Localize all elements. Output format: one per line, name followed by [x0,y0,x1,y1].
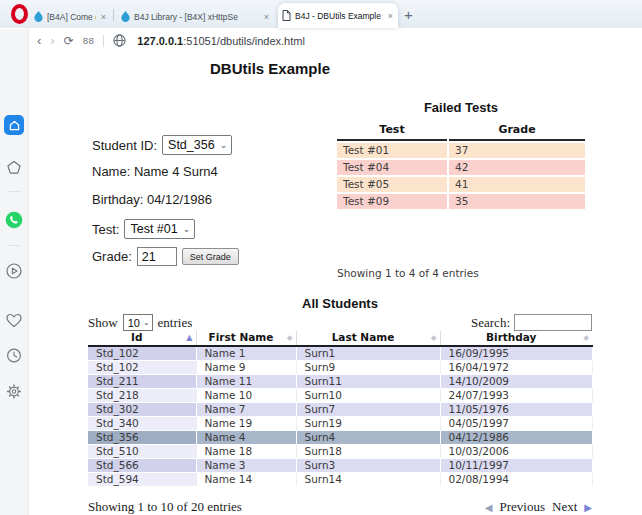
student-row[interactable]: Std_211Name 11Surn1114/10/2009 [88,374,592,388]
page-title: DBUtils Example [30,60,510,77]
divider [8,245,21,246]
grade-input[interactable] [137,247,177,266]
student-cell: Surn9 [296,360,440,374]
student-cell: 24/07/1993 [440,388,592,402]
opera-logo-icon[interactable] [11,4,28,24]
student-row[interactable]: Std_218Name 10Surn1024/07/1993 [88,388,592,402]
failed-tests-column-header[interactable]: Grade [449,121,585,141]
all-students-header-row: Id▲First Name◆Last Name◆Birthday◆ [88,331,592,346]
students-column-header-first-name[interactable]: First Name◆ [196,331,296,346]
url-text[interactable]: 127.0.0.1:51051/dbutils/index.html [137,35,305,47]
student-cell: Name 4 [196,430,296,444]
students-column-header-birthday[interactable]: Birthday◆ [440,331,592,346]
student-cell: Surn10 [296,388,440,402]
failed-test-cell: Test #04 [337,160,447,175]
show-label: Show [88,315,118,331]
failed-test-cell: Test #09 [337,194,447,209]
student-row[interactable]: Std_510Name 18Surn1810/03/2006 [88,444,592,458]
b4x-flame-icon [34,11,43,22]
student-row[interactable]: Std_594Name 14Surn1402/08/1994 [88,472,592,486]
students-column-header-last-name[interactable]: Last Name◆ [296,331,440,346]
student-id-select[interactable]: Std_356 ⌄ [162,135,232,155]
all-students-tbody: Std_102Name 1Surn116/09/1995Std_102Name … [88,346,592,486]
student-id-label: Student ID: [92,138,157,153]
previous-button[interactable]: Previous [500,499,546,515]
set-grade-button[interactable]: Set Grade [182,248,239,265]
failed-test-row: Test #0137 [337,143,585,158]
settings-gear-icon[interactable] [7,384,22,399]
column-label: Birthday [486,331,536,343]
next-arrow-icon[interactable]: ▶ [584,502,592,513]
student-row[interactable]: Std_340Name 19Surn1904/05/1997 [88,416,592,430]
search-label: Search: [471,315,510,331]
test-select[interactable]: Test #01 ⌄ [124,219,195,239]
next-button[interactable]: Next [552,499,577,515]
back-icon[interactable]: ‹ [37,34,41,47]
students-column-header-id[interactable]: Id▲ [88,331,196,346]
b4x-flame-icon [121,11,130,22]
failed-test-cell: Test #05 [337,177,447,192]
close-icon[interactable]: × [100,12,107,22]
student-row[interactable]: Std_356Name 4Surn404/12/1986 [88,430,592,444]
column-label: Id [131,331,142,343]
history-clock-icon[interactable] [7,348,22,363]
all-students-table: Id▲First Name◆Last Name◆Birthday◆ Std_10… [88,331,593,487]
show-entries-select[interactable]: 10 ⌄ [123,314,153,331]
new-tab-button[interactable]: + [404,5,413,25]
tab-separator [113,9,114,21]
student-cell: Std_594 [88,472,196,486]
extensions-grid-icon[interactable]: 88 [83,35,95,46]
student-cell: Name 19 [196,416,296,430]
divider [103,35,104,47]
test-value: Test #01 [130,222,177,236]
student-cell: Std_218 [88,388,196,402]
tab-b4a-forum[interactable]: [B4A] Come eseguire 'map × [30,6,111,27]
forward-icon[interactable]: › [50,34,54,47]
failed-test-cell: 35 [449,194,585,209]
student-cell: Name 1 [196,346,296,360]
tab-title: [B4A] Come eseguire 'map [47,12,96,22]
tab-dbutils-active[interactable]: B4J - DBUtils Example × [278,3,398,28]
student-cell: Surn14 [296,472,440,486]
previous-arrow-icon[interactable]: ◀ [485,502,493,513]
failed-test-cell: 42 [449,160,585,175]
student-cell: Std_340 [88,416,196,430]
failed-test-cell: Test #01 [337,143,447,158]
student-cell: Std_510 [88,444,196,458]
student-cell: Std_302 [88,402,196,416]
student-row[interactable]: Std_102Name 1Surn116/09/1995 [88,346,592,360]
close-icon[interactable]: × [387,11,394,21]
test-row: Test: Test #01 ⌄ [92,219,195,239]
all-students-info: Showing 1 to 10 of 20 entries [88,499,242,515]
player-icon[interactable] [6,263,22,279]
search-input[interactable] [514,314,592,331]
url-host: 127.0.0.1 [137,35,183,47]
sort-both-icon: ◆ [431,333,437,342]
failed-tests-column-header[interactable]: Test [337,121,447,141]
student-cell: 11/05/1976 [440,402,592,416]
student-cell: 10/11/1997 [440,458,592,472]
student-cell: Std_102 [88,360,196,374]
whatsapp-icon[interactable] [5,211,23,229]
sort-both-icon: ◆ [583,333,589,342]
student-cell: Surn11 [296,374,440,388]
bookmarks-pentagon-icon[interactable] [7,160,22,175]
student-cell: Name 11 [196,374,296,388]
home-speed-dial-icon[interactable] [4,115,24,135]
failed-tests-info: Showing 1 to 4 of 4 entries [337,267,479,279]
chevron-down-icon: ⌄ [143,318,150,327]
student-row[interactable]: Std_566Name 3Surn310/11/1997 [88,458,592,472]
student-cell: Surn1 [296,346,440,360]
heart-favorites-icon[interactable] [6,313,22,328]
tab-b4j-library[interactable]: B4J Library - [B4X] xHttpSe × [117,6,274,27]
address-bar: ‹ › ⟳ 88 127.0.0.1:51051/dbutils/index.h… [29,29,642,52]
student-row[interactable]: Std_302Name 7Surn711/05/1976 [88,402,592,416]
student-name-text: Name: Name 4 Surn4 [92,164,218,179]
close-icon[interactable]: × [263,12,270,22]
reload-icon[interactable]: ⟳ [64,35,74,47]
browser-window: [B4A] Come eseguire 'map × B4J Library -… [0,0,642,515]
document-icon [282,10,291,21]
student-cell: Surn19 [296,416,440,430]
student-row[interactable]: Std_102Name 9Surn916/04/1972 [88,360,592,374]
show-entries-value: 10 [128,317,140,329]
